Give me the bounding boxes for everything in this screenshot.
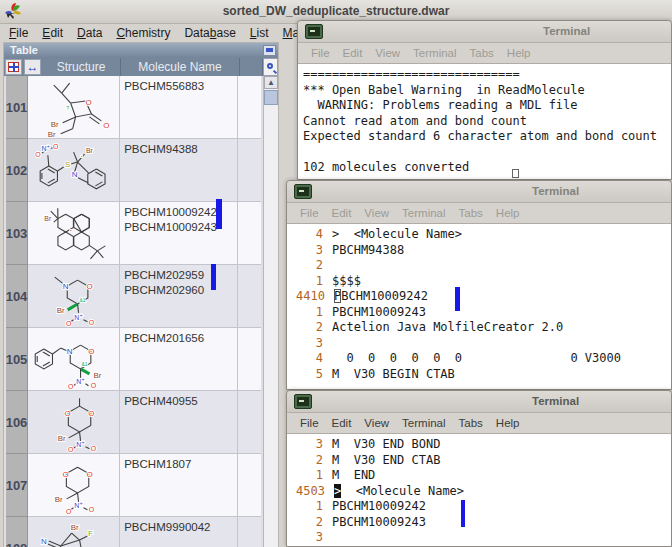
terminal-line: 102 molecules converted <box>303 160 671 176</box>
table-row[interactable]: 104NO&1BrN⁺OOPBCHM202959PBCHM202960 <box>6 265 261 328</box>
table-header-row: ↔ Structure Molecule Name <box>4 58 278 76</box>
terminal-menubar: FileEditViewTerminalTabsHelp <box>287 413 671 433</box>
terminal-titlebar[interactable]: Terminal <box>287 181 671 203</box>
scrollbar-thumb[interactable] <box>264 90 278 105</box>
terminal-menu-file[interactable]: File <box>300 207 319 219</box>
row-number: 106 <box>6 391 28 454</box>
structure-cell: NO&1BrN⁺OO <box>28 328 120 391</box>
terminal-title: Terminal <box>532 395 579 407</box>
empty-cell <box>238 76 261 139</box>
empty-cell <box>238 517 261 547</box>
column-header-structure[interactable]: Structure <box>42 58 121 76</box>
terminal-output[interactable]: ==============================*** Open B… <box>298 63 671 179</box>
terminal-menu-help[interactable]: Help <box>496 207 520 219</box>
table-row[interactable]: 102ON⁺OSBrN·PBCHM94388 <box>6 139 261 202</box>
terminal-0[interactable]: Terminal FileEditViewTerminalTabsHelp ==… <box>297 20 672 180</box>
terminal-output[interactable]: 4> <Molecule Name>3PBCHM9438821$$$$4410P… <box>287 223 671 389</box>
terminal-line: 4503> <Molecule Name> <box>289 484 671 500</box>
svg-text:O: O <box>66 320 72 327</box>
menu-item-database[interactable]: Database <box>179 25 244 41</box>
terminal-menu-terminal[interactable]: Terminal <box>402 417 445 429</box>
terminal-titlebar[interactable]: Terminal <box>287 391 671 413</box>
line-number: 4 <box>289 227 332 241</box>
svg-text:Br: Br <box>48 130 56 138</box>
table-row[interactable]: 107OOBrN⁺OOPBCHM1807 <box>6 454 261 517</box>
table-search-button[interactable] <box>263 58 278 76</box>
highlight-mark <box>211 264 216 290</box>
svg-text:O: O <box>88 347 94 356</box>
window-title: sorted_DW_deduplicate_structure.dwar <box>0 4 672 18</box>
terminal-1[interactable]: Terminal FileEditViewTerminalTabsHelp 4>… <box>286 180 672 390</box>
terminal-menu-help[interactable]: Help <box>496 417 520 429</box>
svg-text:Br: Br <box>93 371 101 380</box>
molecule-name: PBCHM202960 <box>124 283 237 298</box>
scroll-up-button[interactable]: ▲ <box>264 76 278 89</box>
table-scrollbar[interactable]: ▲ <box>263 76 278 547</box>
terminal-menu-tabs[interactable]: Tabs <box>459 207 483 219</box>
molecule-structure: OOBrN⁺OO <box>28 391 119 453</box>
terminal-menu-view[interactable]: View <box>375 47 400 59</box>
molecule-name: PBCHM202959 <box>124 268 237 283</box>
structure-cell: OOBrBr? <box>28 76 120 139</box>
table-row[interactable]: 103Br·PBCHM10009242PBCHM10009243 <box>6 202 261 265</box>
svg-text:O: O <box>86 282 92 291</box>
terminal-line: 4 0 0 0 0 0 0 0 V3000 <box>289 351 671 367</box>
table-plus-icon <box>8 62 19 72</box>
terminal-menu-terminal[interactable]: Terminal <box>402 207 445 219</box>
highlight-mark <box>455 287 460 311</box>
molecule-structure: ON⁺OSBrN· <box>28 139 119 201</box>
table-row[interactable]: 106OOBrN⁺OOPBCHM40955 <box>6 391 261 454</box>
table-row[interactable]: 108NBrFPBCHM9990042 <box>6 517 261 547</box>
terminal-menu-edit[interactable]: Edit <box>332 207 352 219</box>
table-row[interactable]: 101OOBrBr?PBCHM556883 <box>6 76 261 139</box>
fit-columns-button[interactable]: ↔ <box>24 59 41 75</box>
empty-cell <box>238 328 261 391</box>
menu-item-data[interactable]: Data <box>72 25 111 41</box>
svg-text:Br: Br <box>44 215 52 222</box>
menu-item-file[interactable]: File <box>4 25 37 41</box>
table-edit-button[interactable] <box>5 59 22 75</box>
svg-text:O: O <box>91 382 97 389</box>
molecule-name: PBCHM9990042 <box>124 520 237 535</box>
table-row[interactable]: 105NO&1BrN⁺OOPBCHM201656 <box>6 328 261 391</box>
terminal-menu-terminal[interactable]: Terminal <box>413 47 456 59</box>
column-header-molecule-name[interactable]: Molecule Name <box>121 58 240 76</box>
svg-text:O: O <box>66 508 72 515</box>
molecule-structure: Br· <box>28 202 119 264</box>
svg-text:O: O <box>88 409 94 418</box>
terminal-menu-tabs[interactable]: Tabs <box>470 47 494 59</box>
molecule-name: PBCHM556883 <box>124 79 237 94</box>
terminal-line: 1PBCHM10009243 <box>289 305 671 321</box>
menu-item-edit[interactable]: Edit <box>37 25 72 41</box>
terminal-menu-help[interactable]: Help <box>507 47 531 59</box>
svg-text:N: N <box>41 537 47 546</box>
menu-item-chemistry[interactable]: Chemistry <box>111 25 179 41</box>
terminal-menu-file[interactable]: File <box>300 417 319 429</box>
terminal-menu-tabs[interactable]: Tabs <box>459 417 483 429</box>
terminal-menu-view[interactable]: View <box>364 417 389 429</box>
terminal-menu-edit[interactable]: Edit <box>343 47 363 59</box>
terminal-titlebar[interactable]: Terminal <box>298 21 671 43</box>
terminal-line: 3 <box>289 530 671 546</box>
svg-text:N⁺: N⁺ <box>74 314 83 321</box>
terminal-line: Expected standard 6 character atom and b… <box>303 129 671 145</box>
terminal-2[interactable]: Terminal FileEditViewTerminalTabsHelp 3M… <box>286 390 672 547</box>
molecule-name-cell: PBCHM202959PBCHM202960 <box>120 265 238 328</box>
terminal-output[interactable]: 3M V30 END BOND2M V30 END CTAB1M END4503… <box>287 433 671 546</box>
terminal-menu-view[interactable]: View <box>364 207 389 219</box>
terminal-line: Cannot read atom and bond count <box>303 114 671 130</box>
terminal-line: WARNING: Problems reading a MDL file <box>303 98 671 114</box>
terminal-icon <box>294 184 312 199</box>
terminal-menu-file[interactable]: File <box>311 47 330 59</box>
line-number: 2 <box>289 515 332 529</box>
menu-item-list[interactable]: List <box>245 25 278 41</box>
terminal-menu-edit[interactable]: Edit <box>332 417 352 429</box>
terminal-line: 3PBCHM94388 <box>289 243 671 259</box>
terminal-line: 3M V30 END BOND <box>289 437 671 453</box>
molecule-structure: NO&1BrN⁺OO <box>28 265 119 327</box>
row-number: 102 <box>6 139 28 202</box>
svg-text:O: O <box>68 446 74 453</box>
panel-minimize-button[interactable] <box>263 45 276 56</box>
molecule-name: PBCHM1807 <box>124 457 237 472</box>
terminal-line: 2PBCHM10009243 <box>289 515 671 531</box>
